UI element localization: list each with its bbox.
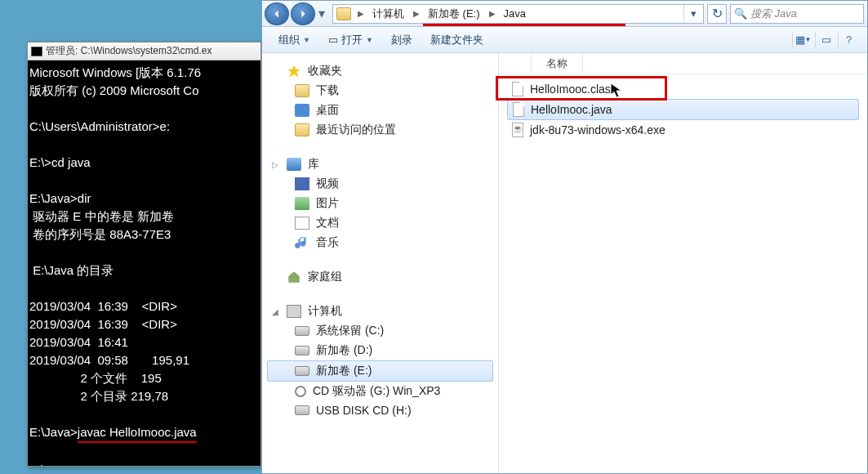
nav-desktop[interactable]: 桌面 — [267, 101, 498, 120]
nav-pictures[interactable]: 图片 — [267, 194, 498, 213]
file-icon — [512, 82, 523, 96]
cmd-line: 2019/03/04 16:41 — [29, 335, 128, 349]
cmd-prompt: E:\Java> — [29, 463, 78, 466]
cmd-line: E:\>cd java — [29, 155, 91, 169]
nav-drive-d[interactable]: 新加卷 (D:) — [267, 341, 498, 360]
search-placeholder: 搜索 Java — [750, 7, 797, 21]
explorer-window: ▾ ▶ 计算机 ▶ 新加卷 (E:) ▶ Java ▾ ↻ 🔍 搜索 Java … — [261, 0, 868, 474]
nav-drive-e[interactable]: 新加卷 (E:) — [267, 360, 493, 382]
recent-icon — [295, 123, 309, 136]
file-name: jdk-8u73-windows-x64.exe — [530, 123, 665, 136]
drive-icon — [295, 326, 309, 336]
nav-history-dropdown[interactable]: ▾ — [316, 2, 327, 25]
column-name[interactable]: 名称 — [532, 53, 583, 74]
search-icon: 🔍 — [734, 7, 747, 20]
column-spacer — [499, 53, 532, 74]
view-options-button[interactable]: ▦▼ — [792, 31, 813, 49]
cmd-terminal[interactable]: Microsoft Windows [版本 6.1.76 版权所有 (c) 20… — [28, 60, 260, 466]
libraries-group[interactable]: ▷库 — [267, 154, 498, 174]
cmd-line: 驱动器 E 中的卷是 新加卷 — [29, 209, 174, 223]
address-dropdown-icon[interactable]: ▾ — [683, 5, 703, 23]
cmd-line: 版权所有 (c) 2009 Microsoft Co — [29, 83, 199, 97]
nav-videos[interactable]: 视频 — [267, 174, 498, 194]
desktop-icon — [295, 104, 309, 117]
nav-recent[interactable]: 最近访问的位置 — [267, 120, 498, 140]
nav-drive-c[interactable]: 系统保留 (C:) — [267, 321, 498, 341]
watermark: @51CTO博客 — [800, 457, 861, 471]
homegroup-icon — [287, 271, 301, 284]
folder-icon — [295, 84, 309, 97]
cmd-javac-command: javac HelloImooc.java — [78, 423, 197, 443]
drive-icon — [295, 405, 309, 415]
drive-icon — [295, 346, 309, 356]
cmd-line: 2019/03/04 16:39 <DIR> — [29, 299, 177, 313]
refresh-button[interactable]: ↻ — [707, 4, 727, 24]
nav-music[interactable]: 音乐 — [267, 233, 498, 253]
cd-icon — [295, 386, 306, 397]
cmd-title: 管理员: C:\Windows\system32\cmd.ex — [46, 44, 211, 58]
music-icon — [295, 236, 309, 249]
chevron-right-icon[interactable]: ▶ — [354, 9, 367, 18]
chevron-right-icon[interactable]: ▶ — [410, 9, 423, 18]
computer-icon — [287, 305, 301, 318]
breadcrumb-computer[interactable]: 计算机 — [367, 5, 410, 23]
star-icon — [287, 65, 301, 78]
favorites-group[interactable]: 收藏夹 — [267, 61, 498, 81]
cmd-line: C:\Users\Administrator>e: — [29, 119, 170, 133]
file-row[interactable]: jdk-8u73-windows-x64.exe — [507, 120, 859, 140]
burn-button[interactable]: 刻录 — [383, 30, 421, 50]
chevron-right-icon[interactable]: ▶ — [486, 9, 499, 18]
nav-downloads[interactable]: 下载 — [267, 81, 498, 101]
address-bar[interactable]: ▶ 计算机 ▶ 新加卷 (E:) ▶ Java ▾ — [332, 4, 704, 24]
column-header-row: 名称 — [499, 53, 867, 74]
cmd-line: 2 个目录 219,78 — [29, 389, 168, 403]
explorer-navbar: ▾ ▶ 计算机 ▶ 新加卷 (E:) ▶ Java ▾ ↻ 🔍 搜索 Java — [262, 1, 867, 27]
nav-usb-drive[interactable]: USB DISK CD (H:) — [267, 401, 498, 419]
nav-documents[interactable]: 文档 — [267, 213, 498, 233]
preview-pane-button[interactable]: ▭ — [815, 31, 836, 49]
cmd-prompt: E:\Java> — [29, 425, 78, 439]
nav-cd-drive[interactable]: CD 驱动器 (G:) Win_XP3 — [267, 382, 498, 401]
back-button[interactable] — [265, 2, 289, 25]
breadcrumb-folder[interactable]: Java — [499, 5, 532, 23]
homegroup-group[interactable]: 家庭组 — [267, 267, 498, 287]
organize-button[interactable]: 组织▼ — [270, 30, 318, 50]
breadcrumb-drive[interactable]: 新加卷 (E:) — [423, 5, 486, 23]
new-folder-button[interactable]: 新建文件夹 — [422, 30, 492, 50]
cmd-line: Microsoft Windows [版本 6.1.76 — [29, 65, 201, 79]
file-icon — [513, 102, 524, 117]
cmd-line: E:\Java>dir — [29, 191, 91, 205]
folder-icon — [336, 7, 351, 20]
help-button[interactable]: ? — [838, 31, 859, 49]
forward-button[interactable] — [291, 2, 315, 25]
annotation-underline — [423, 24, 625, 26]
open-button[interactable]: ▭打开▼ — [320, 30, 381, 50]
file-row[interactable]: HelloImooc.java — [507, 99, 859, 120]
search-input[interactable]: 🔍 搜索 Java — [730, 4, 864, 24]
navigation-pane[interactable]: 收藏夹 下载 桌面 最近访问的位置 ▷库 视频 图片 文档 音乐 家庭组 ◢计算… — [262, 53, 499, 473]
file-name: HelloImooc.java — [531, 103, 612, 116]
cmd-line: 卷的序列号是 88A3-77E3 — [29, 227, 171, 241]
cmd-titlebar[interactable]: 管理员: C:\Windows\system32\cmd.ex — [28, 42, 260, 60]
cmd-line: E:\Java 的目录 — [29, 263, 114, 277]
cmd-window: 管理员: C:\Windows\system32\cmd.ex Microsof… — [27, 42, 261, 467]
cmd-line: 2019/03/04 16:39 <DIR> — [29, 317, 177, 331]
cmd-line: 2 个文件 195 — [29, 371, 162, 385]
picture-icon — [295, 197, 309, 210]
document-icon — [295, 217, 309, 230]
file-pane[interactable]: 名称 HelloImooc.class HelloImooc.java jdk-… — [499, 53, 867, 473]
cmd-line: 2019/03/04 09:58 195,91 — [29, 353, 189, 367]
explorer-toolbar: 组织▼ ▭打开▼ 刻录 新建文件夹 ▦▼ ▭ ? — [262, 27, 867, 53]
drive-icon — [295, 366, 309, 376]
java-icon — [512, 123, 523, 137]
cmd-icon — [31, 47, 42, 56]
computer-group[interactable]: ◢计算机 — [267, 302, 498, 321]
library-icon — [287, 158, 301, 171]
video-icon — [295, 177, 309, 190]
